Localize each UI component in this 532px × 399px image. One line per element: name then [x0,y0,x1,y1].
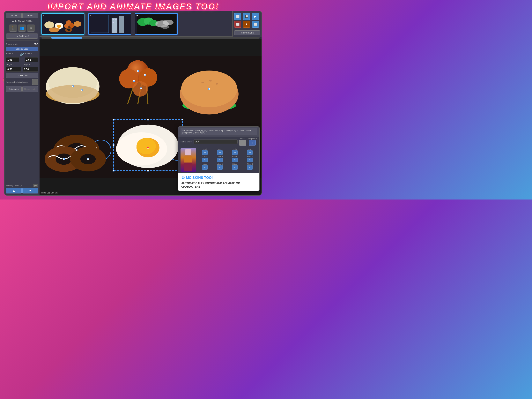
lag-button[interactable]: Lag Problems? [6,33,38,39]
origin-values-row: 0.50 0.50 [6,67,38,72]
mc-part-btn-rarm2[interactable]: ✏ [247,158,253,162]
scale-x-label: Scale X [6,52,19,55]
mc-part-btn-rarm[interactable]: ✏ [232,158,238,162]
mc-part-rarm-col: R Arm ✏ [228,156,242,162]
svg-rect-17 [113,22,114,23]
keep-sprite-checkbox[interactable] [32,79,38,85]
origin-y-value[interactable]: 0.50 [23,67,38,72]
svg-rect-42 [133,80,135,82]
bottom-section: Memory: 19MB (!) (?) ▲ ▼ [6,184,38,193]
mc-perspective-label: Perspective [248,138,257,140]
svg-rect-31 [81,90,82,91]
mc-part-label-rarm2: R Arm 2 [243,156,257,158]
mc-icon: ⚙ [181,175,185,180]
svg-point-6 [74,21,81,27]
svg-rect-60 [63,158,65,160]
mc-part-label-larm: L Arm [198,156,212,158]
arrow-row: ▲ ▼ [6,188,38,193]
svg-rect-16 [115,19,117,20]
view-icon-4[interactable]: ⬜ [234,21,241,28]
rotate-value: 357 [34,43,38,45]
scroll-track[interactable] [41,37,260,39]
svg-point-24 [161,25,169,29]
scale-x-value[interactable]: 1.61 [6,57,19,62]
redo-button[interactable]: Redo [22,13,38,18]
origin-x-value[interactable]: 0.50 [6,67,21,72]
mc-part-label-lleg2: L Leg 2 [213,163,227,165]
svg-rect-41 [144,74,146,76]
mc-perspective-btn[interactable]: ||| [249,140,256,146]
mc-panel-tooltip: For example: "steve_leg_rt_0" would be t… [181,129,257,135]
svg-rect-72 [147,119,149,120]
svg-rect-69 [182,119,183,120]
sprite-num-6: 6 [137,14,138,17]
sprite-picker: 4 [39,11,261,37]
person-icon-btn[interactable]: 🚶 [9,25,17,32]
view-icon-5[interactable]: ★ [243,21,250,28]
mc-part-btn-rleg2[interactable]: ✏ [247,165,253,170]
view-icon-2[interactable]: 🔲 [243,13,250,20]
mc-title-text: MC SKINS TOO! [186,176,213,180]
mc-description: AUTOMATICALLY IMPORT AND ANIMATE MC CHAR… [181,181,256,188]
mc-include-btn[interactable] [239,140,246,146]
svg-rect-50 [208,88,210,90]
mc-part-btn-larm[interactable]: ✏ [202,158,208,162]
mc-part-head-col: Head ✏ [198,148,212,155]
mc-part-label-rleg: R Leg [228,163,242,165]
sprite-thumb-5[interactable]: 5 [88,13,131,35]
mc-part-btn-lleg[interactable]: ✏ [202,165,208,170]
mc-part-rleg-col: R Leg ✏ [228,163,242,170]
mc-part-label-rleg2: R Leg 2 [243,163,257,165]
mc-char-head [185,149,191,155]
arrow-up-button[interactable]: ▲ [6,188,22,193]
sprite-thumb-content-6 [135,14,177,34]
undo-button[interactable]: Undo [6,13,22,18]
sprite-thumb-content-5 [89,14,131,34]
mc-part-btn-body2[interactable]: ✏ [247,150,253,155]
svg-point-0 [44,21,54,28]
mc-part-btn-head[interactable]: ✏ [202,150,208,155]
mc-part-head2-col: Head 2 ✏ [213,148,227,155]
mc-part-lleg-col: L Leg ✏ [198,163,212,170]
mc-bottom-panel: ⚙ MC SKINS TOO! AUTOMATICALLY IMPORT AND… [178,173,259,191]
mc-part-btn-body[interactable]: ✏ [232,150,238,155]
mc-bottom-title: ⚙ MC SKINS TOO! [181,175,256,180]
mc-part-btn-lleg2[interactable]: ✏ [217,165,222,170]
sprite-num-4: 4 [43,14,44,17]
join-row: Join sprite Unjoin sprite [6,86,38,92]
canvas-bottom-label: Fried Egg (ID: 70) [41,192,58,194]
join-sprite-button[interactable]: Join sprite [6,86,22,92]
canvas-area[interactable]: Fried Egg (ID: 70) For example: "steve_l… [39,39,261,195]
view-options-button[interactable]: View options [234,30,260,35]
svg-rect-70 [113,170,114,171]
mc-part-larm2-col: L Arm 2 ✏ [213,156,227,162]
memory-help-button[interactable]: (?) [33,184,38,187]
view-icon-6[interactable]: ⬜ [252,21,259,28]
unjoin-sprite-button[interactable]: Unjoin sprite [22,86,38,92]
mc-name-prefix-label: Name prefix [181,141,192,143]
image-icon-btn[interactable]: 🖼 [27,25,35,32]
mc-name-input[interactable] [194,140,238,144]
sprite-thumb-6[interactable]: 6 [135,13,178,35]
view-icon-3[interactable]: ▶ [252,13,259,20]
scroll-thumb[interactable] [51,37,82,39]
mc-part-label-body: Body [228,148,242,150]
svg-rect-13 [112,18,117,33]
mc-part-btn-rleg[interactable]: ✏ [232,165,238,170]
scrollbar-container [39,37,261,39]
mc-perspective-section: Perspective ||| [248,138,257,146]
sprite-thumb-4[interactable]: 4 [41,13,84,35]
origin-labels-row: Origin X Origin Y [6,63,38,66]
mc-part-btn-head2[interactable]: ✏ [217,150,222,155]
arrow-down-button[interactable]: ▼ [22,188,38,193]
scale-y-value[interactable]: 1.61 [25,57,38,62]
mc-char-image [181,148,196,172]
sprite-num-5: 5 [90,14,91,17]
view-icon-1[interactable]: ⬜ [234,13,241,20]
mc-character-sprite [181,148,196,172]
undo-redo-row: Undo Redo [6,13,38,18]
locked-button[interactable]: Locked: No [6,73,38,78]
group-icon-btn[interactable]: 👥 [18,25,26,32]
mc-part-btn-larm2[interactable]: ✏ [217,158,222,162]
scale-to-edge-button[interactable]: Scale to: Edge [6,47,38,51]
